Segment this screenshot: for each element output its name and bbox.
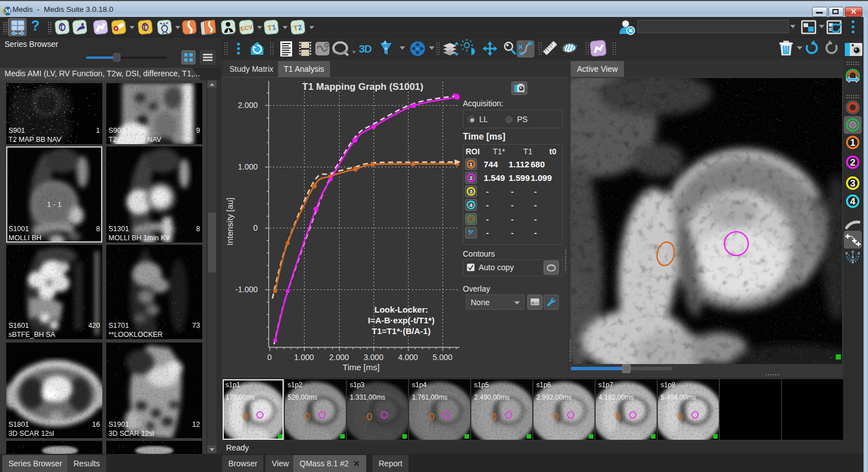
svg-text:1 - 1: 1 - 1 [47, 200, 62, 209]
svg-text:1.000: 1.000 [238, 162, 258, 171]
svg-text:s1p7: s1p7 [598, 381, 613, 389]
svg-text:1.331,00ms: 1.331,00ms [350, 393, 385, 401]
svg-text:Time [ms]: Time [ms] [342, 362, 379, 372]
svg-text:sBTFE_BH SA: sBTFE_BH SA [8, 331, 55, 339]
svg-text:S1901: S1901 [108, 421, 129, 428]
svg-text:73: 73 [192, 322, 200, 330]
svg-text:s1p6: s1p6 [536, 381, 551, 389]
svg-text:T1 Mapping Graph (S1001): T1 Mapping Graph (S1001) [302, 81, 423, 92]
svg-text:T2 MAP BB NAV: T2 MAP BB NAV [8, 136, 62, 144]
svg-text:Intensity [au]: Intensity [au] [225, 197, 235, 245]
svg-text:526,00ms: 526,00ms [288, 393, 318, 401]
svg-text:8: 8 [96, 225, 100, 233]
svg-text:M: M [5, 8, 11, 14]
svg-text:2.000: 2.000 [238, 101, 258, 110]
svg-text:2.490,00ms: 2.490,00ms [474, 393, 510, 401]
svg-text:5.404,00ms: 5.404,00ms [661, 393, 696, 401]
svg-text:1.761,00ms: 1.761,00ms [412, 393, 448, 401]
svg-text:T2 MAP BB NAV: T2 MAP BB NAV [108, 136, 162, 144]
svg-text:**LOOKLOCKER: **LOOKLOCKER [108, 331, 163, 339]
svg-text:3.000: 3.000 [363, 353, 383, 362]
svg-text:s1p5: s1p5 [474, 381, 489, 389]
svg-text:5.000: 5.000 [432, 353, 452, 362]
svg-text:MOLLI BH: MOLLI BH [8, 234, 41, 242]
svg-text:2: 2 [470, 175, 472, 181]
svg-text:-1.000: -1.000 [235, 285, 258, 294]
svg-text:1: 1 [96, 127, 100, 135]
svg-text:s1p3: s1p3 [350, 381, 364, 389]
svg-text:s1p2: s1p2 [288, 381, 302, 389]
svg-text:3D: 3D [359, 43, 372, 55]
svg-text:420: 420 [88, 322, 100, 330]
svg-text:2.992,00ms: 2.992,00ms [536, 393, 572, 401]
svg-text:3D SCAR 12sl: 3D SCAR 12sl [8, 430, 54, 438]
svg-text:3: 3 [850, 178, 855, 189]
svg-text:4.182,00ms: 4.182,00ms [598, 393, 634, 401]
svg-text:1: 1 [850, 137, 855, 148]
svg-text:4: 4 [850, 196, 856, 207]
svg-text:S901: S901 [8, 127, 25, 135]
svg-text:1: 1 [470, 162, 472, 167]
svg-text:2.000: 2.000 [329, 353, 349, 362]
svg-text:Look-Locker:: Look-Locker: [374, 305, 428, 314]
svg-text:S901: S901 [108, 127, 125, 135]
svg-text:9: 9 [196, 127, 200, 135]
svg-text:12: 12 [192, 421, 200, 428]
svg-text:MOLLI BH 1min KV: MOLLI BH 1min KV [108, 234, 171, 242]
svg-text:S1601: S1601 [8, 322, 29, 330]
svg-text:S1701: S1701 [108, 322, 129, 330]
svg-text:3D SCAR 12sl: 3D SCAR 12sl [108, 430, 154, 438]
svg-text:S1801: S1801 [8, 421, 29, 428]
svg-text:2: 2 [850, 157, 855, 168]
svg-text:0: 0 [253, 223, 258, 232]
svg-text:s1p4: s1p4 [412, 381, 427, 389]
svg-text:0: 0 [267, 353, 272, 362]
svg-text:s1p8: s1p8 [661, 381, 675, 389]
svg-text:3: 3 [470, 189, 472, 194]
svg-text:I=A-B·exp(-t/T1*): I=A-B·exp(-t/T1*) [368, 315, 435, 325]
svg-text:T1=T1*·(B/A-1): T1=T1*·(B/A-1) [372, 326, 431, 336]
svg-text:s1p1: s1p1 [225, 381, 240, 389]
svg-text:S1301: S1301 [108, 225, 129, 233]
svg-text:4: 4 [470, 202, 472, 208]
svg-text:8: 8 [196, 225, 200, 233]
svg-text:S1001: S1001 [8, 225, 29, 233]
svg-text:4.000: 4.000 [398, 353, 418, 362]
svg-text:16: 16 [92, 421, 100, 428]
svg-text:1.000: 1.000 [294, 353, 314, 362]
svg-text:170,00ms: 170,00ms [225, 393, 255, 401]
